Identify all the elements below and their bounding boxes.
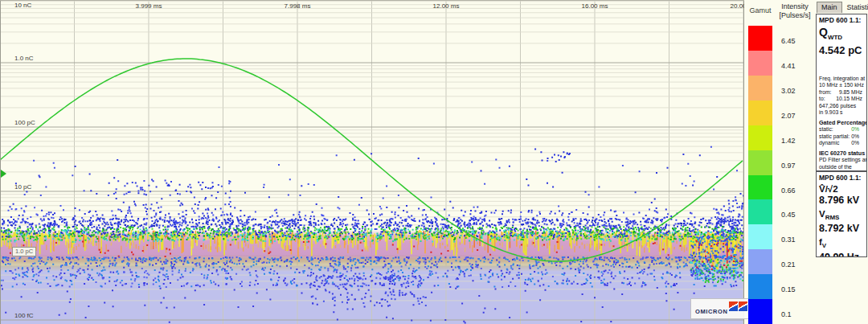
qwtd-value: 4.542 pC (819, 44, 864, 56)
mpd-600-app: 3.999 ms7.998 ms12.00 ms16.00 ms20.00 ms… (0, 0, 868, 324)
intensity-header: Intensity [Pulses/s] (773, 2, 817, 20)
intensity-value: 1.42 (781, 137, 796, 145)
gamut-label: Gamut (747, 6, 774, 14)
omicron-logo: OMICRON (690, 298, 750, 319)
gamut-color-segment (748, 100, 772, 125)
omicron-logo-icon (729, 301, 738, 311)
device-title: MPD 600 1.1: (819, 174, 864, 182)
voltage-value: 49.99 Hz (819, 252, 864, 257)
gamut-color-segment (748, 51, 772, 76)
gamut-color-segment (748, 76, 772, 100)
gamut-color-segment (748, 125, 772, 150)
iec-status-line2: outside of the (819, 164, 864, 171)
iec-status-title: IEC 60270 status (819, 150, 864, 157)
gated-row: static:0% (819, 126, 864, 133)
gamut-color-segment (748, 26, 772, 51)
voltage-value: 8.796 kV (819, 195, 864, 207)
gamut-color-segment (748, 150, 772, 175)
intensity-value: 0.1 (781, 310, 792, 318)
gamut-color-segment (748, 224, 772, 249)
gamut-color-segment (748, 274, 772, 299)
omicron-logo-icon (739, 301, 747, 311)
pulse-count: 647,266 pulses (819, 103, 864, 110)
intensity-value: 0.21 (781, 260, 796, 269)
voltage-rows: V̂/√28.796 kVVRMS8.792 kVfV49.99 Hz (819, 184, 864, 257)
voltage-value: 8.792 kV (819, 223, 864, 235)
freq-to-row: to:10.15 MHz (819, 96, 864, 103)
voltage-symbol: fV (819, 237, 864, 251)
gated-percentage-rows: static:0%static partial:0%dynamic0% (819, 126, 864, 147)
gated-row: dynamic0% (819, 140, 864, 147)
voltage-symbol-main: V̂/√2 (819, 184, 838, 194)
tab-statistics[interactable]: Statistics (843, 2, 868, 13)
gated-row-value: 0% (851, 140, 859, 147)
gated-row-label: static: (819, 126, 833, 133)
qwtd-panel: MPD 600 1.1: QWTD 4.542 pC Freq. integra… (816, 14, 867, 171)
gated-row-label: static partial: (819, 133, 850, 141)
gamut-color-segment (748, 199, 772, 224)
gated-percentage-title: Gated Percentage (819, 119, 864, 126)
intensity-value: 0.15 (781, 285, 796, 293)
gamut-color-segment (748, 249, 772, 274)
voltage-panel: MPD 600 1.1: V̂/√28.796 kVVRMS8.792 kVfV… (816, 171, 867, 257)
voltage-symbol: V̂/√2 (819, 184, 864, 195)
intensity-header-line2: [Pulses/s] (773, 11, 817, 20)
qwtd-symbol: QWTD (819, 26, 864, 44)
gamut-color-segment (748, 175, 772, 200)
side-panel-tabs: MainStatistics (817, 1, 868, 13)
intensity-value: 6.45 (781, 37, 796, 45)
gamut-color-segment (748, 299, 772, 324)
tab-main[interactable]: Main (817, 2, 842, 13)
gated-row: static partial:0% (819, 133, 864, 141)
intensity-value: 2.07 (781, 112, 796, 120)
gated-row-label: dynamic (819, 140, 839, 147)
omicron-logo-text: OMICRON (695, 308, 727, 315)
intensity-value: 0.45 (781, 211, 796, 219)
iec-status-line1: PD Filter settings are (819, 157, 864, 164)
intensity-value: 0.66 (781, 187, 796, 195)
intensity-value: 0.97 (781, 162, 796, 170)
voltage-symbol-sub: V (822, 243, 826, 250)
intensity-value: 4.41 (781, 62, 796, 70)
freq-integration-line2: 10 MHz ± 150 kHz (819, 82, 864, 89)
voltage-symbol-sub: RMS (825, 214, 840, 221)
freq-integration-line1: Freq. integration at (819, 76, 864, 83)
voltage-symbol-main: V (819, 209, 825, 219)
intensity-value: 3.02 (781, 87, 796, 95)
intensity-header-line1: Intensity (773, 2, 817, 11)
gated-row-value: 0% (851, 133, 859, 141)
pd-pattern-plot[interactable] (0, 0, 744, 324)
intensity-value: 0.31 (781, 236, 796, 244)
freq-from-row: from:9.85 MHz (819, 89, 864, 96)
voltage-symbol: VRMS (819, 209, 864, 223)
device-title: MPD 600 1.1: (819, 16, 864, 24)
pulse-duration: in 9.903 s (819, 109, 864, 117)
gated-row-value: 0% (851, 126, 859, 133)
